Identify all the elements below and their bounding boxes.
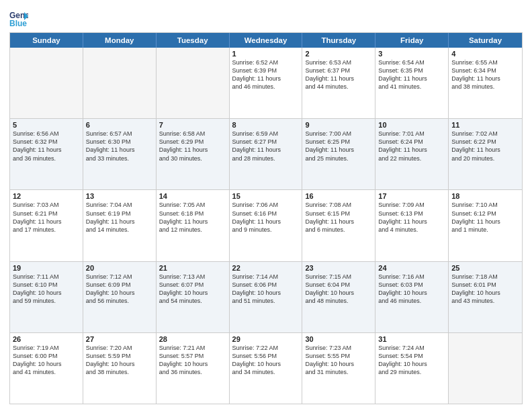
calendar-cell: 26Sunrise: 7:19 AM Sunset: 6:00 PM Dayli… [10, 333, 83, 404]
day-info: Sunrise: 7:14 AM Sunset: 6:06 PM Dayligh… [232, 273, 300, 306]
calendar-row: 1Sunrise: 6:52 AM Sunset: 6:39 PM Daylig… [10, 48, 522, 119]
calendar-cell: 25Sunrise: 7:18 AM Sunset: 6:01 PM Dayli… [449, 262, 522, 332]
day-number: 26 [13, 335, 80, 343]
day-number: 13 [86, 192, 153, 200]
day-number: 11 [451, 121, 519, 129]
day-info: Sunrise: 7:09 AM Sunset: 6:13 PM Dayligh… [378, 201, 445, 234]
day-info: Sunrise: 7:24 AM Sunset: 5:54 PM Dayligh… [378, 344, 445, 377]
page: General Blue SundayMondayTuesdayWednesda… [0, 0, 532, 411]
day-number: 12 [13, 192, 80, 200]
day-number: 7 [159, 121, 226, 129]
calendar-cell: 28Sunrise: 7:21 AM Sunset: 5:57 PM Dayli… [157, 333, 230, 404]
day-info: Sunrise: 7:11 AM Sunset: 6:10 PM Dayligh… [13, 273, 80, 306]
calendar-cell: 14Sunrise: 7:05 AM Sunset: 6:18 PM Dayli… [157, 190, 230, 261]
day-number: 21 [159, 264, 226, 272]
day-info: Sunrise: 6:56 AM Sunset: 6:32 PM Dayligh… [13, 130, 80, 163]
calendar-row: 19Sunrise: 7:11 AM Sunset: 6:10 PM Dayli… [10, 262, 522, 333]
calendar-cell: 9Sunrise: 7:00 AM Sunset: 6:25 PM Daylig… [302, 119, 375, 189]
day-number: 27 [86, 335, 153, 343]
calendar-cell: 30Sunrise: 7:23 AM Sunset: 5:55 PM Dayli… [302, 333, 375, 404]
day-info: Sunrise: 6:54 AM Sunset: 6:35 PM Dayligh… [378, 58, 445, 91]
day-number: 23 [305, 264, 372, 272]
calendar-cell: 3Sunrise: 6:54 AM Sunset: 6:35 PM Daylig… [375, 48, 449, 118]
header-day: Tuesday [157, 33, 230, 48]
calendar-cell: 16Sunrise: 7:08 AM Sunset: 6:15 PM Dayli… [302, 190, 375, 261]
header-day: Friday [375, 33, 449, 48]
day-info: Sunrise: 6:57 AM Sunset: 6:30 PM Dayligh… [86, 130, 153, 163]
calendar-cell: 13Sunrise: 7:04 AM Sunset: 6:19 PM Dayli… [83, 190, 157, 261]
day-number: 18 [451, 192, 519, 200]
day-info: Sunrise: 7:08 AM Sunset: 6:15 PM Dayligh… [305, 201, 372, 234]
day-number: 6 [86, 121, 153, 129]
day-number: 5 [13, 121, 80, 129]
calendar-cell: 4Sunrise: 6:55 AM Sunset: 6:34 PM Daylig… [449, 48, 522, 118]
day-number: 9 [305, 121, 372, 129]
day-info: Sunrise: 7:13 AM Sunset: 6:07 PM Dayligh… [159, 273, 226, 306]
day-info: Sunrise: 7:06 AM Sunset: 6:16 PM Dayligh… [232, 201, 300, 234]
calendar-cell: 22Sunrise: 7:14 AM Sunset: 6:06 PM Dayli… [230, 262, 303, 332]
header-day: Sunday [10, 33, 83, 48]
calendar-cell: 23Sunrise: 7:15 AM Sunset: 6:04 PM Dayli… [302, 262, 375, 332]
logo-icon: General Blue [9, 9, 28, 28]
day-info: Sunrise: 7:19 AM Sunset: 6:00 PM Dayligh… [13, 344, 80, 377]
day-number: 16 [305, 192, 372, 200]
day-number: 19 [13, 264, 80, 272]
calendar-cell: 2Sunrise: 6:53 AM Sunset: 6:37 PM Daylig… [302, 48, 375, 118]
svg-text:Blue: Blue [9, 19, 27, 28]
header-day: Monday [83, 33, 157, 48]
day-info: Sunrise: 7:00 AM Sunset: 6:25 PM Dayligh… [305, 130, 372, 163]
day-number: 29 [232, 335, 300, 343]
day-number: 24 [378, 264, 445, 272]
day-info: Sunrise: 7:23 AM Sunset: 5:55 PM Dayligh… [305, 344, 372, 377]
calendar-cell: 24Sunrise: 7:16 AM Sunset: 6:03 PM Dayli… [375, 262, 449, 332]
day-number: 2 [305, 50, 372, 58]
calendar-cell [83, 48, 157, 118]
day-info: Sunrise: 7:12 AM Sunset: 6:09 PM Dayligh… [86, 273, 153, 306]
day-info: Sunrise: 7:21 AM Sunset: 5:57 PM Dayligh… [159, 344, 226, 377]
calendar-cell: 19Sunrise: 7:11 AM Sunset: 6:10 PM Dayli… [10, 262, 83, 332]
day-number: 22 [232, 264, 300, 272]
day-info: Sunrise: 7:15 AM Sunset: 6:04 PM Dayligh… [305, 273, 372, 306]
day-info: Sunrise: 6:58 AM Sunset: 6:29 PM Dayligh… [159, 130, 226, 163]
day-info: Sunrise: 7:05 AM Sunset: 6:18 PM Dayligh… [159, 201, 226, 234]
calendar-row: 26Sunrise: 7:19 AM Sunset: 6:00 PM Dayli… [10, 333, 522, 404]
calendar-row: 12Sunrise: 7:03 AM Sunset: 6:21 PM Dayli… [10, 190, 522, 261]
calendar-cell: 27Sunrise: 7:20 AM Sunset: 5:59 PM Dayli… [83, 333, 157, 404]
day-number: 20 [86, 264, 153, 272]
day-number: 1 [232, 50, 300, 58]
logo: General Blue [9, 9, 31, 28]
calendar-cell: 7Sunrise: 6:58 AM Sunset: 6:29 PM Daylig… [157, 119, 230, 189]
calendar-cell [157, 48, 230, 118]
calendar-cell: 8Sunrise: 6:59 AM Sunset: 6:27 PM Daylig… [230, 119, 303, 189]
calendar-cell: 5Sunrise: 6:56 AM Sunset: 6:32 PM Daylig… [10, 119, 83, 189]
calendar-row: 5Sunrise: 6:56 AM Sunset: 6:32 PM Daylig… [10, 119, 522, 190]
calendar-cell: 11Sunrise: 7:02 AM Sunset: 6:22 PM Dayli… [449, 119, 522, 189]
day-number: 25 [451, 264, 519, 272]
calendar-cell: 29Sunrise: 7:22 AM Sunset: 5:56 PM Dayli… [230, 333, 303, 404]
calendar-cell: 10Sunrise: 7:01 AM Sunset: 6:24 PM Dayli… [375, 119, 449, 189]
day-info: Sunrise: 7:16 AM Sunset: 6:03 PM Dayligh… [378, 273, 445, 306]
header-day: Saturday [449, 33, 522, 48]
calendar-body: 1Sunrise: 6:52 AM Sunset: 6:39 PM Daylig… [10, 48, 522, 404]
day-info: Sunrise: 7:20 AM Sunset: 5:59 PM Dayligh… [86, 344, 153, 377]
day-number: 8 [232, 121, 300, 129]
day-number: 31 [378, 335, 445, 343]
calendar-cell: 17Sunrise: 7:09 AM Sunset: 6:13 PM Dayli… [375, 190, 449, 261]
day-info: Sunrise: 6:59 AM Sunset: 6:27 PM Dayligh… [232, 130, 300, 163]
day-number: 10 [378, 121, 445, 129]
calendar: SundayMondayTuesdayWednesdayThursdayFrid… [9, 32, 523, 404]
header: General Blue [9, 7, 523, 28]
calendar-cell [10, 48, 83, 118]
calendar-cell: 6Sunrise: 6:57 AM Sunset: 6:30 PM Daylig… [83, 119, 157, 189]
day-number: 3 [378, 50, 445, 58]
calendar-cell: 31Sunrise: 7:24 AM Sunset: 5:54 PM Dayli… [375, 333, 449, 404]
calendar-cell: 1Sunrise: 6:52 AM Sunset: 6:39 PM Daylig… [230, 48, 303, 118]
day-number: 17 [378, 192, 445, 200]
day-info: Sunrise: 7:10 AM Sunset: 6:12 PM Dayligh… [451, 201, 519, 234]
calendar-cell: 12Sunrise: 7:03 AM Sunset: 6:21 PM Dayli… [10, 190, 83, 261]
day-info: Sunrise: 7:02 AM Sunset: 6:22 PM Dayligh… [451, 130, 519, 163]
day-info: Sunrise: 7:22 AM Sunset: 5:56 PM Dayligh… [232, 344, 300, 377]
calendar-header: SundayMondayTuesdayWednesdayThursdayFrid… [10, 33, 522, 48]
day-info: Sunrise: 6:53 AM Sunset: 6:37 PM Dayligh… [305, 58, 372, 91]
day-info: Sunrise: 7:03 AM Sunset: 6:21 PM Dayligh… [13, 201, 80, 234]
